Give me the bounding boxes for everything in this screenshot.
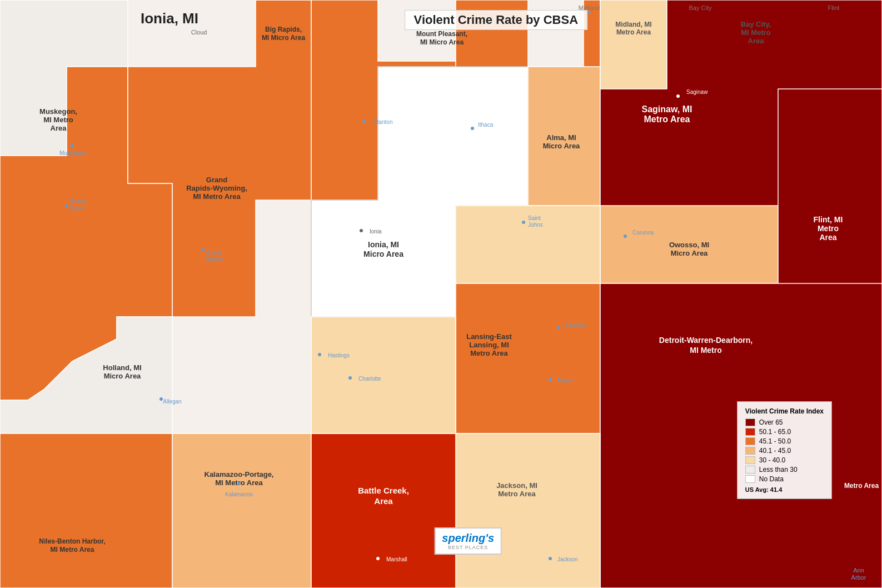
grand-rapids-city: Grand <box>206 250 222 256</box>
mount-pleasant-label: Mount Pleasant, <box>416 30 467 38</box>
legend-swatch-50to65 <box>745 428 755 436</box>
kalamazoo-city: Kalamazoo <box>225 491 253 497</box>
svg-text:MI Metro: MI Metro <box>43 116 73 124</box>
svg-text:Micro Area: Micro Area <box>104 372 141 380</box>
mason-label: Mason <box>557 377 574 383</box>
legend-item-40to45: 40.1 - 45.0 <box>745 447 824 455</box>
legend-avg: US Avg: 41.4 <box>745 486 824 493</box>
legend-item-30to40: 30 - 40.0 <box>745 456 824 464</box>
legend-swatch-40to45 <box>745 447 755 455</box>
map-title: Violent Crime Rate by CBSA <box>405 10 587 30</box>
legend-item-over65: Over 65 <box>745 418 824 426</box>
legend-label-45to50: 45.1 - 50.0 <box>759 437 791 445</box>
big-rapids-label: Big Rapids, <box>265 26 302 33</box>
legend-item-under30: Less than 30 <box>745 466 824 474</box>
sperlings-sub: best places <box>442 545 494 550</box>
kalamazoo-label: Kalamazoo-Portage, <box>205 470 274 479</box>
svg-text:Johns: Johns <box>528 222 543 228</box>
legend-label-50to65: 50.1 - 65.0 <box>759 428 791 436</box>
legend-label-nodata: No Data <box>759 475 784 483</box>
svg-text:Metro Area: Metro Area <box>498 490 536 498</box>
legend-label-40to45: 40.1 - 45.0 <box>759 447 791 455</box>
svg-point-20 <box>362 119 366 123</box>
legend-swatch-under30 <box>745 466 755 474</box>
svg-text:Area: Area <box>374 496 393 506</box>
legend-swatch-over65 <box>745 418 755 426</box>
svg-point-37 <box>557 326 560 330</box>
svg-text:Lansing, MI: Lansing, MI <box>469 341 509 349</box>
ionia-micro-label: Ionia, MI <box>368 240 399 249</box>
svg-point-23 <box>471 127 474 130</box>
owosso-label: Owosso, MI <box>669 241 709 249</box>
grand-rapids-label: Grand <box>206 176 227 184</box>
detroit-label: Detroit-Warren-Dearborn, <box>659 336 753 345</box>
svg-point-21 <box>360 229 363 232</box>
midland-label: Midland, MI <box>615 21 651 28</box>
svg-text:MI Metro Area: MI Metro Area <box>193 192 241 201</box>
svg-point-5 <box>65 204 68 207</box>
svg-point-33 <box>624 235 627 238</box>
muskegon-label: Muskegon, <box>39 107 77 116</box>
legend-item-50to65: 50.1 - 65.0 <box>745 428 824 436</box>
ionia-title-label: Ionia, MI <box>141 10 198 27</box>
svg-text:Area: Area <box>51 124 67 132</box>
sperlings-brand: sperling's <box>442 532 494 545</box>
legend-title: Violent Crime Rate Index <box>745 407 824 415</box>
svg-point-45 <box>376 557 380 560</box>
flint-label: Flint, MI <box>814 215 843 224</box>
charlotte-label: Charlotte <box>358 376 381 382</box>
jackson-city: Jackson <box>557 556 578 562</box>
svg-text:Haven: Haven <box>70 205 86 211</box>
niles-label: Niles-Benton Harbor, <box>39 537 105 545</box>
saint-johns-label: Saint <box>528 215 541 221</box>
hastings-label: Hastings <box>328 352 350 358</box>
legend-label-30to40: 30 - 40.0 <box>759 456 785 464</box>
bay-city-label: Bay City, <box>741 20 771 28</box>
svg-text:Micro Area: Micro Area <box>671 249 708 257</box>
legend-swatch-45to50 <box>745 437 755 445</box>
svg-point-9 <box>201 248 205 252</box>
svg-text:Arbor: Arbor <box>851 574 866 581</box>
ionia-city-label: Ionia <box>370 228 382 235</box>
legend-label-over65: Over 65 <box>759 418 783 426</box>
bay-city-city: Bay City <box>689 4 712 11</box>
svg-text:Rapids: Rapids <box>205 256 222 262</box>
sperlings-logo: sperling's best places <box>434 527 502 555</box>
legend-swatch-30to40 <box>745 456 755 464</box>
svg-text:MI Micro Area: MI Micro Area <box>420 38 464 46</box>
map-container: Ionia, MI Cloud Muskegon, MI Metro Area … <box>0 0 882 588</box>
svg-point-31 <box>676 94 680 98</box>
svg-point-40 <box>318 353 321 356</box>
svg-point-15 <box>237 482 241 485</box>
svg-text:Metro: Metro <box>818 224 839 233</box>
legend-label-under30: Less than 30 <box>759 466 798 474</box>
flint-city: Flint <box>828 4 840 11</box>
legend-item-nodata: No Data <box>745 475 824 483</box>
svg-text:Micro Area: Micro Area <box>543 142 580 150</box>
cloud-city-label: Cloud <box>191 29 207 36</box>
battle-creek-label: Battle Creek, <box>358 486 409 495</box>
lansing-city: Lansing <box>566 322 585 328</box>
right-metro-label: Metro Area <box>844 482 879 490</box>
alma-label: Alma, MI <box>546 133 576 142</box>
allegan-label: Allegan <box>163 398 181 405</box>
jackson-label: Jackson, MI <box>496 481 537 490</box>
legend-item-45to50: 45.1 - 50.0 <box>745 437 824 445</box>
svg-point-25 <box>522 221 525 224</box>
svg-text:MI Micro Area: MI Micro Area <box>262 34 306 42</box>
svg-point-4 <box>71 144 74 147</box>
svg-point-41 <box>348 376 352 380</box>
svg-text:Metro Area: Metro Area <box>470 349 508 357</box>
holland-label: Holland, MI <box>103 363 141 372</box>
ann-arbor-label: Ann <box>853 567 864 574</box>
marshall-label: Marshall <box>386 556 407 562</box>
corunna-label: Corunna <box>632 230 654 236</box>
svg-text:Metro Area: Metro Area <box>644 114 690 124</box>
svg-text:Metro Area: Metro Area <box>616 28 651 36</box>
stanton-label: Stanton <box>373 119 392 125</box>
svg-point-12 <box>160 397 163 401</box>
saginaw-city: Saginaw <box>686 89 708 95</box>
svg-text:MI Metro Area: MI Metro Area <box>51 546 94 554</box>
grand-haven-label: Grand <box>70 198 86 204</box>
svg-text:Micro Area: Micro Area <box>363 250 403 258</box>
